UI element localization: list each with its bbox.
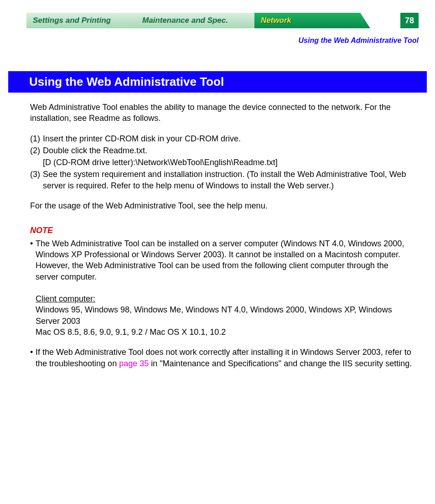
page-number: 78 [400,13,419,28]
install-steps: (1) Insert the printer CD-ROM disk in yo… [30,133,413,191]
step-text: See the system requirement and installat… [43,169,413,191]
tab-maintenance-and-spec[interactable]: Maintenance and Spec. [136,13,270,28]
step-number: (3) [30,169,43,191]
step-2: (2) Double click the Readme.txt. [30,145,413,156]
content-body: Web Administrative Tool enables the abil… [30,102,413,369]
page-title: Using the Web Administrative Tool [8,71,427,93]
note-item-1: • The Web Administrative Tool can be ins… [30,238,413,338]
client-computer-label: Client computer: [36,293,413,304]
tab-bar: Settings and Printing Maintenance and Sp… [8,13,427,38]
step-text: Double click the Readme.txt. [43,145,413,156]
note-text: The Web Administrative Tool can be insta… [36,238,413,282]
note-text: If the Web Administrative Tool does not … [36,347,413,369]
breadcrumb: Using the Web Administrative Tool [299,36,419,45]
step-subtext: [D (CD-ROM drive letter):\Network\WebToo… [43,157,413,168]
tab-settings-and-printing[interactable]: Settings and Printing [26,13,151,28]
step-3: (3) See the system requirement and insta… [30,169,413,191]
step-text: Insert the printer CD-ROM disk in your C… [43,133,413,144]
client-mac-list: Mac OS 8.5, 8.6, 9.0, 9.1, 9.2 / Mac OS … [36,327,413,338]
note-item-2: • If the Web Administrative Tool does no… [30,347,413,369]
client-windows-list: Windows 95, Windows 98, Windows Me, Wind… [36,304,413,327]
step-number: (2) [30,145,43,156]
usage-paragraph: For the usage of the Web Administrative … [30,200,413,211]
bullet-dot: • [30,238,36,338]
tab-network[interactable]: Network [254,13,370,28]
step-2-subtext: [D (CD-ROM drive letter):\Network\WebToo… [30,157,413,168]
note2-post: in "Maintenance and Specifications" and … [149,359,412,368]
note-label: NOTE [30,225,413,236]
intro-paragraph: Web Administrative Tool enables the abil… [30,102,413,124]
page-link[interactable]: page 35 [119,359,149,368]
step-number: (1) [30,133,43,144]
bullet-dot: • [30,347,36,369]
step-1: (1) Insert the printer CD-ROM disk in yo… [30,133,413,144]
